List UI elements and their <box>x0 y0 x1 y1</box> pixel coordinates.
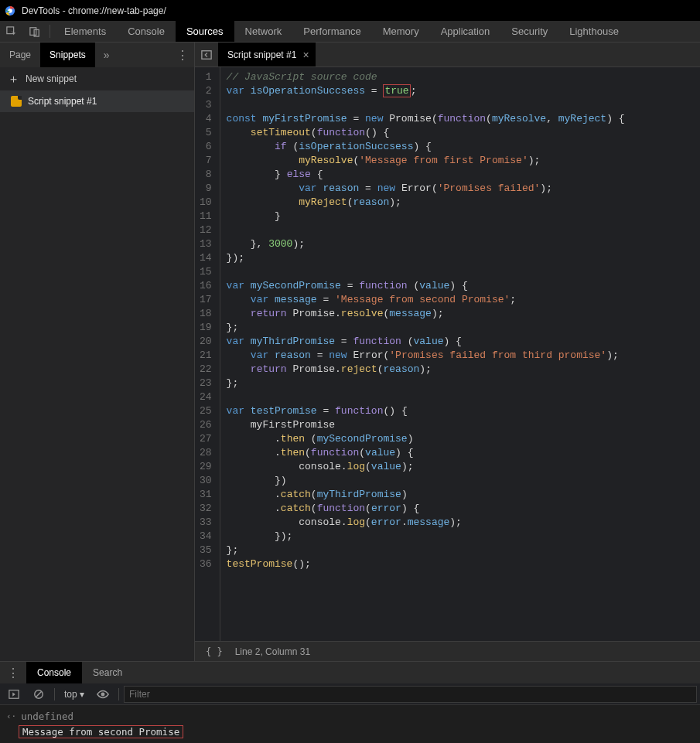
svg-rect-3 <box>30 27 36 35</box>
execution-context-selector[interactable]: top ▾ <box>60 689 89 700</box>
snippet-file[interactable]: Script snippet #1 <box>0 90 194 112</box>
tab-lighthouse[interactable]: Lighthouse <box>558 21 630 42</box>
console-message: Message from second Promise <box>19 725 183 738</box>
drawer-tabstrip: ⋮ ConsoleSearch <box>0 662 700 683</box>
console-output[interactable]: ‹·undefinedMessage from second Promise <box>0 705 700 743</box>
window-title: DevTools - chrome://new-tab-page/ <box>22 5 166 16</box>
navigator-tab-snippets[interactable]: Snippets <box>40 43 95 67</box>
console-message: undefined <box>21 711 73 722</box>
console-row: ‹·undefined <box>6 708 694 724</box>
code-editor[interactable]: 1234567891011121314151617181920212223242… <box>195 67 700 641</box>
svg-point-8 <box>101 693 104 696</box>
editor-area: Script snippet #1 × 12345678910111213141… <box>195 43 700 661</box>
drawer-tab-console[interactable]: Console <box>26 662 82 683</box>
console-sidebar-icon[interactable] <box>3 685 25 704</box>
tab-network[interactable]: Network <box>234 21 293 42</box>
console-row: Message from second Promise <box>6 724 694 739</box>
pretty-print-icon[interactable]: { } <box>206 646 223 657</box>
close-icon[interactable]: × <box>302 49 309 61</box>
editor-statusbar: { } Line 2, Column 31 <box>195 641 700 661</box>
navigator-menu-icon[interactable]: ⋮ <box>171 43 194 67</box>
console-drawer: ⋮ ConsoleSearch top ▾ ‹ <box>0 661 700 743</box>
tab-sources[interactable]: Sources <box>176 21 234 42</box>
snippet-file-icon <box>11 96 22 107</box>
console-filter[interactable] <box>124 686 697 703</box>
tab-console[interactable]: Console <box>117 21 176 42</box>
device-toggle-icon[interactable] <box>23 21 46 42</box>
console-filter-input[interactable] <box>124 686 697 703</box>
window-titlebar: DevTools - chrome://new-tab-page/ <box>0 0 700 21</box>
navigator-panel: PageSnippets » ⋮ ＋ New snippet Script sn… <box>0 43 195 661</box>
tab-memory[interactable]: Memory <box>372 21 430 42</box>
more-tabs-icon[interactable]: » <box>95 43 118 67</box>
clear-console-icon[interactable] <box>28 685 50 704</box>
cursor-position: Line 2, Column 31 <box>235 646 310 657</box>
devtools-tabstrip: ElementsConsoleSourcesNetworkPerformance… <box>0 21 700 43</box>
tab-elements[interactable]: Elements <box>53 21 117 42</box>
svg-rect-2 <box>7 26 14 33</box>
new-snippet-label: New snippet <box>26 73 77 84</box>
tab-application[interactable]: Application <box>430 21 501 42</box>
line-gutter: 1234567891011121314151617181920212223242… <box>195 67 220 641</box>
tab-security[interactable]: Security <box>500 21 558 42</box>
live-expression-icon[interactable] <box>92 685 114 704</box>
console-toolbar: top ▾ <box>0 683 700 705</box>
editor-tab[interactable]: Script snippet #1 × <box>218 43 316 66</box>
inspect-element-icon[interactable] <box>0 21 23 42</box>
return-icon: ‹· <box>6 711 16 721</box>
navigator-tab-page[interactable]: Page <box>0 43 40 67</box>
drawer-tab-search[interactable]: Search <box>82 662 133 683</box>
tab-performance[interactable]: Performance <box>292 21 371 42</box>
editor-tabstrip: Script snippet #1 × <box>195 43 700 67</box>
toggle-navigator-icon[interactable] <box>195 43 218 66</box>
new-snippet-button[interactable]: ＋ New snippet <box>0 67 194 90</box>
plus-icon: ＋ <box>8 72 19 87</box>
drawer-menu-icon[interactable]: ⋮ <box>0 662 26 683</box>
chrome-icon <box>5 5 15 16</box>
snippet-file-label: Script snippet #1 <box>28 96 97 107</box>
navigator-tabs: PageSnippets » ⋮ <box>0 43 194 67</box>
editor-tab-label: Script snippet #1 <box>227 49 296 60</box>
svg-rect-5 <box>202 50 211 59</box>
code-body[interactable]: // JavaScript source codevar isOperation… <box>220 67 631 641</box>
